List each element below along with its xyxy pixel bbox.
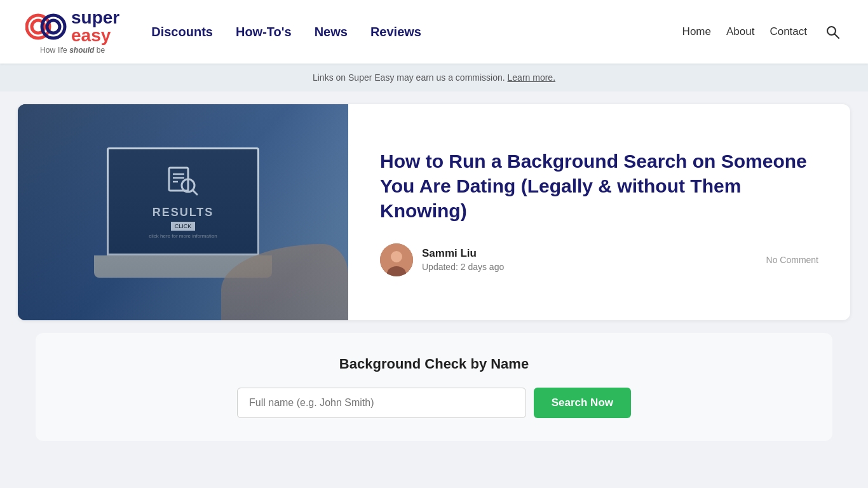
article-info: How to Run a Background Search on Someon… bbox=[348, 104, 850, 320]
screen-more-info: click here for more information bbox=[149, 233, 217, 239]
article-title: How to Run a Background Search on Someon… bbox=[380, 149, 818, 223]
secondary-nav: Home About Contact bbox=[682, 22, 843, 42]
nav-home[interactable]: Home bbox=[682, 25, 711, 38]
author-name: Sammi Liu bbox=[422, 247, 757, 260]
author-details: Sammi Liu Updated: 2 days ago bbox=[422, 247, 757, 272]
logo-link[interactable]: super easy How life should be bbox=[25, 9, 119, 55]
search-icon bbox=[825, 24, 840, 39]
nav-howtos[interactable]: How-To's bbox=[236, 25, 292, 39]
logo-super: super bbox=[71, 8, 119, 27]
nav-news[interactable]: News bbox=[315, 25, 348, 39]
nav-contact[interactable]: Contact bbox=[770, 25, 807, 38]
search-now-button[interactable]: Search Now bbox=[534, 388, 631, 418]
nav-about[interactable]: About bbox=[726, 25, 754, 38]
learn-more-link[interactable]: Learn more. bbox=[508, 72, 555, 83]
nav-reviews[interactable]: Reviews bbox=[370, 25, 421, 39]
screen-results-text: RESULTS bbox=[153, 206, 214, 219]
search-button[interactable] bbox=[822, 22, 843, 42]
search-row: Search Now bbox=[237, 388, 631, 418]
article-image: RESULTS CLICK click here for more inform… bbox=[18, 104, 348, 320]
author-row: Sammi Liu Updated: 2 days ago No Comment bbox=[380, 243, 818, 276]
logo-tagline: How life should be bbox=[40, 46, 105, 55]
bg-check-widget: Background Check by Name Search Now bbox=[36, 333, 832, 441]
name-input[interactable] bbox=[237, 388, 526, 418]
commission-banner: Links on Super Easy may earn us a commis… bbox=[0, 64, 868, 92]
svg-line-11 bbox=[193, 190, 197, 194]
screen-click-text: CLICK bbox=[171, 222, 196, 231]
commission-text: Links on Super Easy may earn us a commis… bbox=[313, 72, 555, 83]
article-top: RESULTS CLICK click here for more inform… bbox=[18, 104, 850, 320]
header: super easy How life should be Discounts … bbox=[0, 0, 868, 64]
author-updated: Updated: 2 days ago bbox=[422, 262, 757, 272]
main-nav: Discounts How-To's News Reviews bbox=[151, 25, 682, 39]
avatar bbox=[380, 243, 413, 276]
nav-discounts[interactable]: Discounts bbox=[151, 25, 213, 39]
svg-point-13 bbox=[391, 251, 402, 262]
bg-check-title: Background Check by Name bbox=[61, 356, 807, 372]
main-content: RESULTS CLICK click here for more inform… bbox=[0, 92, 868, 473]
logo-easy: easy bbox=[71, 25, 111, 45]
no-comment-label: No Comment bbox=[766, 255, 818, 265]
svg-line-5 bbox=[835, 34, 839, 39]
article-card: RESULTS CLICK click here for more inform… bbox=[18, 104, 850, 320]
